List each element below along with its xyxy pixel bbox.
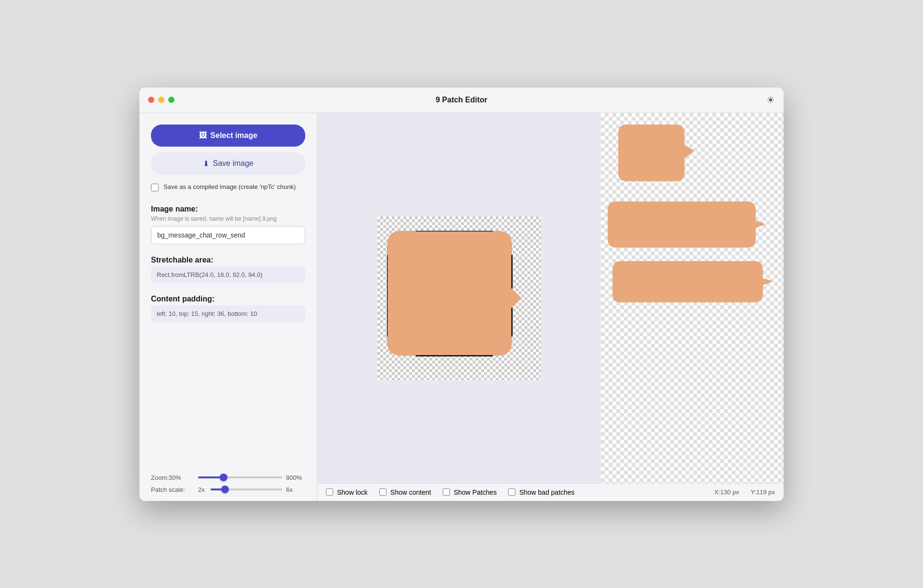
show-patches-label[interactable]: Show Patches [454,488,497,496]
image-name-section: Image name: When image is saved, name wi… [151,205,305,256]
zoom-thumb[interactable] [220,474,227,481]
bubble-svg [387,231,531,370]
center-right-wrapper: Show lock Show content Show Patches Show… [317,113,784,501]
show-content-checkbox[interactable] [379,488,387,496]
y-coordinate: Y:119 px [750,488,775,496]
zoom-label: Zoom:30% [151,474,194,481]
download-icon: ⬇ [203,159,209,168]
show-patches-group: Show Patches [443,488,497,496]
content-padding-label: Content padding: [151,295,305,303]
canvas-area [377,216,541,380]
bottom-bar: Show lock Show content Show Patches Show… [317,483,784,501]
patch-thumb[interactable] [221,486,229,493]
stretchable-section: Stretchable area: Rect.fromLTRB(24.0, 16… [151,256,305,295]
preview-svg-large [612,261,778,304]
right-panel [601,113,784,483]
image-name-label: Image name: [151,205,305,213]
compiled-label[interactable]: Save as a compiled image (create 'npTc' … [163,183,296,191]
patch-slider[interactable] [211,488,282,490]
close-button[interactable] [148,97,154,103]
save-image-label: Save image [213,159,254,168]
center-panel [317,113,601,483]
maximize-button[interactable] [168,97,175,103]
patch-scale-label: Patch scale: [151,486,194,493]
canvas-preview-area [317,113,784,483]
patch-max-label: 6x [286,486,305,493]
left-panel: 🖼 Select image ⬇ Save image Save as a co… [139,113,317,501]
zoom-slider[interactable] [198,476,282,478]
preview-checker-bg [601,113,784,483]
stretchable-label: Stretchable area: [151,256,305,264]
zoom-row: Zoom:30% 800% [151,474,305,481]
show-patches-checkbox[interactable] [443,488,450,496]
stretchable-value: Rect.fromLTRB(24.0, 16.0, 92.0, 94.0) [151,266,305,283]
app-window: 9 Patch Editor ☀ 🖼 Select image ⬇ Save i… [139,88,784,501]
minimize-button[interactable] [158,97,164,103]
content-padding-value: left: 10, top: 15, right: 36, bottom: 10 [151,305,305,322]
main-content: 🖼 Select image ⬇ Save image Save as a co… [139,113,784,501]
show-bad-patches-group: Show bad patches [508,488,574,496]
image-icon: 🖼 [199,131,207,140]
patch-min-label: 2x [198,486,205,493]
image-name-hint: When image is saved, name will be [name]… [151,215,305,222]
bottom-controls: Zoom:30% 800% Patch scale: 2x 6x [151,470,305,493]
preview-bubble-medium [608,201,771,251]
select-image-button[interactable]: 🖼 Select image [151,125,305,147]
theme-toggle-button[interactable]: ☀ [766,94,775,106]
compiled-checkbox-row: Save as a compiled image (create 'npTc' … [151,183,305,191]
titlebar: 9 Patch Editor ☀ [139,88,784,113]
save-image-button[interactable]: ⬇ Save image [151,152,305,175]
traffic-lights [148,97,175,103]
preview-bubble-large [612,261,772,306]
preview-svg-medium [608,201,771,250]
x-coordinate: X:130 px [714,488,739,496]
show-lock-checkbox[interactable] [326,488,333,496]
zoom-max: 800% [286,474,305,481]
image-name-input[interactable] [151,226,305,244]
show-lock-label[interactable]: Show lock [337,488,368,496]
show-bad-patches-label[interactable]: Show bad patches [519,488,574,496]
preview-bubble-small [618,125,695,189]
show-content-group: Show content [379,488,431,496]
select-image-label: Select image [211,131,258,140]
show-bad-patches-checkbox[interactable] [508,488,515,496]
patch-scale-row: Patch scale: 2x 6x [151,486,305,493]
compiled-checkbox[interactable] [151,184,159,191]
spacer [151,334,305,470]
window-title: 9 Patch Editor [436,96,487,104]
show-content-label[interactable]: Show content [390,488,431,496]
show-lock-group: Show lock [326,488,368,496]
preview-svg-small [618,125,695,187]
content-padding-section: Content padding: left: 10, top: 15, righ… [151,295,305,334]
